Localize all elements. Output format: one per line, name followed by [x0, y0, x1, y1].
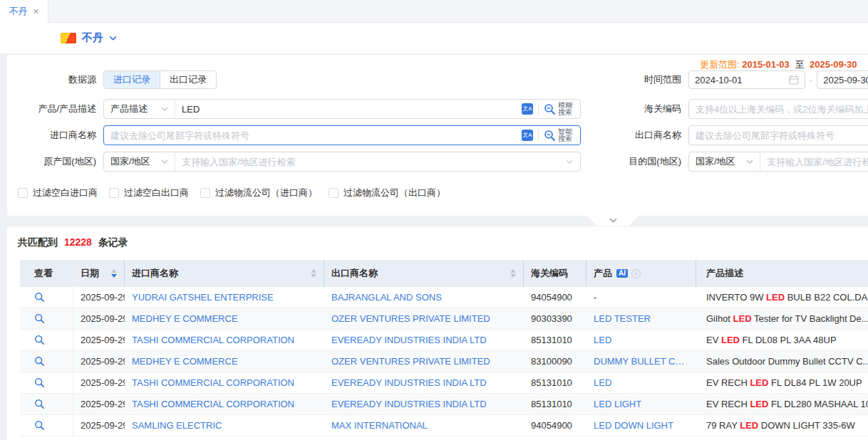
product-link[interactable]: LED LIGHT	[594, 399, 641, 409]
product-link[interactable]: LED TESTER	[594, 313, 651, 324]
hs-code-cell: 85131010	[524, 330, 587, 350]
match-count: 12228	[64, 236, 92, 248]
origin-country-input[interactable]	[175, 152, 566, 171]
importer-link[interactable]: YUDRAI GATSHEL ENTERPRISE	[132, 292, 274, 303]
checkbox-filter-blank-importer[interactable]: 过滤空白进口商	[18, 187, 98, 199]
importer-cell: YUDRAI GATSHEL ENTERPRISE	[125, 287, 324, 308]
translate-icon[interactable]: 文A	[522, 130, 533, 141]
exporter-cell: EVEREADY INDUSTRIES INDIA LTD	[324, 330, 524, 350]
view-record-button[interactable]	[20, 308, 73, 329]
data-source-label: 数据源	[7, 73, 96, 86]
checkbox-icon[interactable]	[200, 188, 210, 198]
destination-label: 目的国(地区)	[556, 155, 681, 168]
checkbox-icon[interactable]	[329, 188, 339, 198]
product-cell: -	[587, 287, 696, 308]
collapse-panel-button[interactable]	[586, 214, 640, 226]
table-row: 2025-09-29 MEDHEY E COMMERCE OZER VENTUR…	[20, 351, 868, 372]
exporter-cell: OZER VENTURES PRIVATE LIMITED	[324, 351, 524, 372]
exporter-link[interactable]: OZER VENTURES PRIVATE LIMITED	[331, 313, 490, 324]
view-magnifier-icon	[34, 356, 45, 367]
sort-importer-icon[interactable]	[305, 269, 316, 278]
ai-badge: AI	[616, 269, 628, 278]
product-link[interactable]: LED DOWN LIGHT	[594, 420, 673, 431]
importer-link[interactable]: SAMLING ELECTRIC	[132, 420, 222, 431]
product-input[interactable]	[175, 100, 522, 118]
checkbox-filter-blank-exporter[interactable]: 过滤空白出口商	[109, 187, 189, 199]
table-row: 2025-09-29 TASHI COMMERCIAL CORPORATION …	[20, 372, 868, 394]
exporter-link[interactable]: MAX INTERNATIONAL	[331, 420, 428, 431]
importer-link[interactable]: TASHI COMMERCIAL CORPORATION	[132, 335, 294, 345]
description-cell: EV RECH LED FL DL84 PL 1W 20UP	[696, 372, 868, 393]
country-name[interactable]: 不丹	[82, 31, 103, 45]
header-view: 查看	[20, 260, 73, 287]
exporter-cell: BAJRANGLAL AND SONS	[324, 287, 524, 308]
checkbox-icon[interactable]	[109, 188, 119, 198]
product-link[interactable]: LED	[594, 377, 611, 388]
product-type-select[interactable]: 产品描述	[104, 100, 175, 118]
origin-type-select[interactable]: 国家/地区	[104, 152, 175, 171]
exporter-link[interactable]: OZER VENTURES PRIVATE LIMITED	[331, 356, 490, 367]
view-record-button[interactable]	[20, 415, 73, 436]
table-row: 2025-09-29 MEDHEY E COMMERCE OZER VENTUR…	[20, 308, 868, 330]
close-icon[interactable]: ×	[33, 6, 38, 16]
checkbox-filter-logistics-importer[interactable]: 过滤物流公司（进口商）	[200, 187, 317, 199]
chevron-down-icon[interactable]	[109, 36, 117, 41]
date-to-field[interactable]	[817, 70, 868, 89]
exporter-link[interactable]: BAJRANGLAL AND SONS	[331, 292, 442, 303]
importer-link[interactable]: TASHI COMMERCIAL CORPORATION	[132, 377, 294, 388]
sort-exporter-icon[interactable]	[505, 269, 516, 278]
product-link[interactable]: LED	[594, 335, 611, 345]
hs-code-field[interactable]	[688, 99, 868, 119]
exporter-label: 出口商名称	[556, 129, 681, 142]
description-cell: INVERTO 9W LED BULB B22 COL.DA ...	[696, 287, 868, 308]
view-record-button[interactable]	[20, 330, 73, 350]
view-record-button[interactable]	[20, 372, 73, 393]
view-magnifier-icon	[34, 335, 45, 345]
exporter-link[interactable]: EVEREADY INDUSTRIES INDIA LTD	[331, 377, 487, 388]
checkbox-label: 过滤空白进口商	[33, 187, 98, 199]
product-link[interactable]: DUMMY BULLET CCTV...	[594, 356, 689, 367]
date-from-field[interactable]	[688, 70, 805, 89]
exporter-cell: OZER VENTURES PRIVATE LIMITED	[324, 308, 524, 329]
exporter-input[interactable]	[689, 126, 868, 145]
hs-code-input[interactable]	[689, 100, 868, 118]
summary-prefix: 共匹配到	[18, 236, 58, 248]
product-link[interactable]: -	[594, 292, 596, 303]
info-icon[interactable]: i	[631, 269, 641, 278]
checkbox-filter-logistics-exporter[interactable]: 过滤物流公司（出口商）	[329, 187, 445, 199]
checkbox-icon[interactable]	[18, 188, 28, 198]
header-date[interactable]: 日期	[73, 260, 125, 287]
view-record-button[interactable]	[20, 394, 73, 414]
view-magnifier-icon	[34, 377, 45, 388]
view-record-button[interactable]	[20, 351, 73, 372]
hs-code-cell: 85131010	[524, 394, 587, 414]
header-exporter[interactable]: 出口商名称	[324, 260, 524, 287]
header-importer[interactable]: 进口商名称	[125, 260, 324, 287]
date-to-input[interactable]	[823, 75, 868, 85]
product-cell: LED TESTER	[587, 308, 696, 329]
exporter-link[interactable]: EVEREADY INDUSTRIES INDIA LTD	[331, 335, 487, 345]
bhutan-flag-icon	[61, 33, 76, 43]
sort-date-icon[interactable]	[105, 269, 117, 278]
view-record-button[interactable]	[20, 287, 73, 308]
tab-import-records[interactable]: 进口记录	[104, 71, 160, 88]
date-cell: 2025-09-29	[73, 308, 125, 329]
date-from-input[interactable]	[695, 75, 785, 85]
translate-icon[interactable]: 文A	[522, 103, 533, 115]
results-summary: 共匹配到 12228 条记录	[18, 236, 868, 249]
destination-input[interactable]	[760, 152, 868, 171]
destination-type-select[interactable]: 国家/地区	[689, 152, 760, 171]
importer-link[interactable]: MEDHEY E COMMERCE	[132, 356, 238, 367]
country-header: 不丹	[0, 23, 868, 54]
importer-link[interactable]: MEDHEY E COMMERCE	[132, 313, 238, 324]
search-icon	[544, 130, 556, 142]
update-range-start: 2015-01-03	[742, 59, 790, 70]
exporter-field[interactable]	[688, 125, 868, 145]
importer-link[interactable]: TASHI COMMERCIAL CORPORATION	[132, 399, 294, 409]
importer-input[interactable]	[104, 126, 522, 145]
product-cell: LED LIGHT	[587, 394, 696, 414]
tab-export-records[interactable]: 出口记录	[160, 71, 216, 88]
tab-bhutan[interactable]: 不丹 ×	[0, 0, 48, 23]
exporter-link[interactable]: EVEREADY INDUSTRIES INDIA LTD	[331, 399, 487, 409]
calendar-icon	[789, 75, 799, 85]
